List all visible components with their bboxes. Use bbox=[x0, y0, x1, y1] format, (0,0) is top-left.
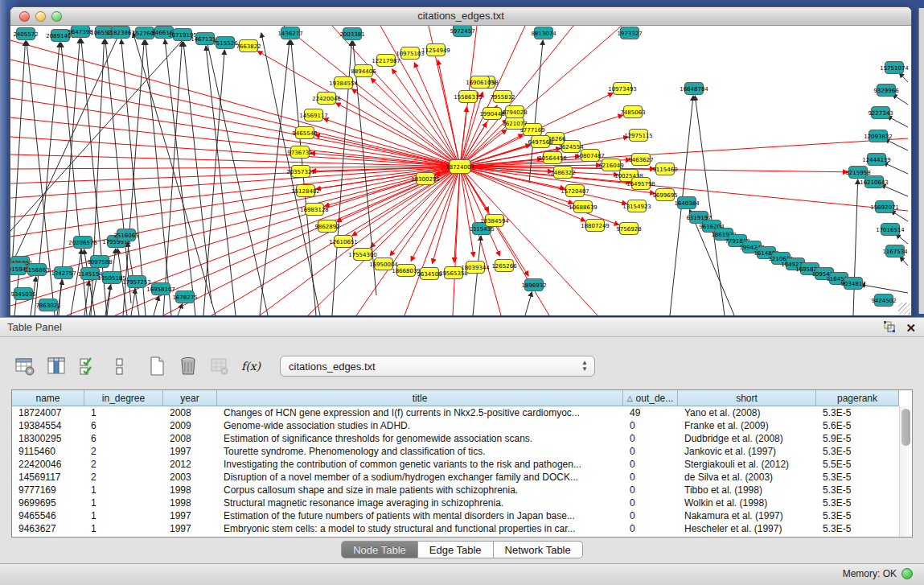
graph-node[interactable]: 9647398 bbox=[68, 26, 92, 38]
graph-node[interactable]: 12093832 bbox=[864, 130, 893, 142]
graph-node[interactable]: 1621077 bbox=[502, 117, 527, 130]
column-header-title[interactable]: title bbox=[217, 390, 623, 406]
delete-table-icon[interactable] bbox=[176, 354, 200, 378]
graph-node[interactable]: 15751074 bbox=[880, 62, 909, 74]
column-header-in_degree[interactable]: in_degree bbox=[84, 390, 163, 406]
graph-node[interactable]: 13154923 bbox=[622, 200, 651, 212]
close-icon[interactable]: ✕ bbox=[906, 321, 916, 336]
graph-node[interactable]: 15720407 bbox=[561, 185, 589, 197]
column-header-name[interactable]: name bbox=[12, 390, 84, 406]
graph-node[interactable]: 5972457 bbox=[450, 26, 474, 37]
graph-node[interactable]: 7485063 bbox=[620, 106, 645, 118]
table-settings-icon[interactable] bbox=[13, 354, 37, 378]
graph-node[interactable]: 10688639 bbox=[569, 201, 598, 213]
column-visibility-icon[interactable] bbox=[44, 354, 68, 378]
column-header-pagerank[interactable]: pagerank bbox=[816, 390, 899, 406]
graph-node[interactable]: 9862892 bbox=[314, 220, 339, 233]
graph-node[interactable]: 7863021 bbox=[35, 299, 60, 311]
graph-node[interactable]: 8894406 bbox=[351, 65, 376, 77]
graph-node[interactable]: 6497568 bbox=[528, 136, 552, 148]
graph-node[interactable]: 1436277 bbox=[277, 27, 302, 39]
float-window-icon[interactable] bbox=[883, 320, 896, 336]
graph-node[interactable]: 7955812 bbox=[490, 91, 515, 103]
graph-node[interactable]: 15692071 bbox=[870, 201, 899, 213]
graph-node[interactable]: 10973493 bbox=[608, 83, 637, 95]
table-row[interactable]: 1830029562008Estimation of significance … bbox=[12, 432, 912, 445]
table-selector-dropdown[interactable]: citations_edges.txt ▲▼ bbox=[280, 356, 595, 377]
table-row[interactable]: 946554611997Estimation of the future num… bbox=[12, 509, 912, 522]
selection-mode-icon[interactable] bbox=[76, 354, 100, 378]
table-row[interactable]: 1456911722003Disruption of a novel membe… bbox=[12, 471, 912, 484]
graph-node[interactable]: 9736731 bbox=[287, 146, 312, 159]
graph-node[interactable]: 9034817 bbox=[840, 278, 865, 290]
graph-node[interactable]: 6794028 bbox=[502, 106, 527, 118]
graph-node[interactable]: 15586315 bbox=[454, 91, 483, 103]
graph-node[interactable]: 1896932 bbox=[521, 279, 546, 291]
graph-node[interactable]: 1990448 bbox=[479, 108, 504, 120]
graph-node[interactable]: 18724007 bbox=[446, 160, 474, 174]
window-resize-grip[interactable] bbox=[898, 303, 910, 315]
table-row[interactable]: 977716911998Corpus callosum shape and si… bbox=[12, 484, 912, 496]
graph-node[interactable]: 9699695 bbox=[652, 189, 677, 201]
graph-node[interactable]: 9634508 bbox=[417, 268, 441, 280]
scrollbar-thumb[interactable] bbox=[901, 409, 910, 446]
graph-node[interactable]: 17016514 bbox=[876, 224, 905, 236]
table-row[interactable]: 969969511998Structural magnetic resonanc… bbox=[12, 496, 912, 509]
graph-node[interactable]: 11254949 bbox=[421, 44, 450, 56]
graph-node[interactable]: 20564456 bbox=[538, 152, 567, 164]
column-header-short[interactable]: short bbox=[678, 390, 816, 406]
graph-node[interactable]: 2003381 bbox=[339, 28, 364, 40]
graph-node[interactable]: 1156863 bbox=[24, 264, 49, 276]
graph-node[interactable]: 9756928 bbox=[616, 223, 641, 235]
graph-node[interactable]: 1342757 bbox=[51, 267, 76, 279]
column-header-out_degree[interactable]: △out_de... bbox=[623, 390, 678, 406]
row-height-icon[interactable] bbox=[107, 354, 131, 378]
graph-node[interactable]: 15128402 bbox=[291, 185, 320, 197]
graph-node[interactable]: 12975115 bbox=[624, 130, 653, 142]
graph-node[interactable]: 7515526 bbox=[212, 37, 238, 49]
graph-node[interactable]: 1678275 bbox=[172, 291, 197, 303]
tab-network-table[interactable]: Network Table bbox=[494, 541, 583, 558]
graph-node[interactable]: 2405572 bbox=[13, 28, 38, 40]
graph-node[interactable]: 9329966 bbox=[873, 84, 899, 97]
graph-node[interactable]: 9227343 bbox=[868, 107, 893, 119]
table-row[interactable]: 1872400712008Changes of HCN gene express… bbox=[12, 406, 912, 419]
graph-node[interactable]: 9115460 bbox=[652, 163, 677, 175]
graph-node[interactable]: 1973327 bbox=[617, 27, 642, 39]
graph-node[interactable]: 16983128 bbox=[300, 204, 329, 216]
new-table-icon[interactable] bbox=[145, 354, 169, 378]
graph-node[interactable]: 1640384 bbox=[674, 197, 700, 209]
table-row[interactable]: 1938455462009Genome-wide association stu… bbox=[12, 419, 912, 432]
graph-node[interactable]: 9465546 bbox=[292, 127, 318, 139]
table-row[interactable]: 911546021997Tourette syndrome. Phenomeno… bbox=[12, 445, 912, 458]
graph-node[interactable]: 8813074 bbox=[531, 27, 556, 39]
table-row[interactable]: 946362711997Embryonic stem cells: a mode… bbox=[12, 522, 912, 535]
tab-edge-table[interactable]: Edge Table bbox=[418, 541, 494, 558]
graph-node[interactable]: 1265266 bbox=[491, 260, 517, 272]
graph-node[interactable]: 2516065 bbox=[113, 229, 138, 241]
graph-node[interactable]: 7663822 bbox=[236, 40, 261, 52]
network-window-titlebar[interactable]: citations_edges.txt bbox=[10, 7, 911, 26]
graph-node[interactable]: 1167534 bbox=[882, 245, 908, 257]
graph-node[interactable]: 7486322 bbox=[550, 167, 575, 179]
vertical-scrollbar[interactable] bbox=[899, 406, 912, 537]
graph-node[interactable]: 16648784 bbox=[680, 83, 708, 95]
function-builder-icon[interactable]: f(x) bbox=[239, 354, 263, 378]
graph-node[interactable]: 9424502 bbox=[871, 295, 896, 307]
memory-status-indicator[interactable] bbox=[901, 568, 913, 579]
network-canvas[interactable]: 2405572208914069647398106552571182386715… bbox=[10, 26, 911, 315]
graph-node[interactable]: 14569117 bbox=[299, 109, 328, 122]
graph-node[interactable]: 19384554 bbox=[329, 77, 358, 89]
graph-node[interactable]: 9463627 bbox=[628, 154, 653, 166]
tab-node-table[interactable]: Node Table bbox=[341, 541, 418, 558]
cell-year: 2009 bbox=[163, 419, 217, 432]
graph-node[interactable]: 9345035 bbox=[10, 288, 35, 300]
graph-node[interactable]: 6216049 bbox=[598, 159, 623, 171]
column-header-year[interactable]: year bbox=[163, 390, 217, 406]
delete-column-icon[interactable] bbox=[207, 354, 232, 378]
citation-network-graph[interactable]: 2405572208914069647398106552571182386715… bbox=[10, 26, 911, 315]
graph-node[interactable]: 22420046 bbox=[312, 93, 341, 105]
table-row[interactable]: 2242004622012Investigating the contribut… bbox=[12, 458, 912, 471]
network-view-window[interactable]: citations_edges.txt 24055722089140696473… bbox=[10, 6, 912, 315]
graph-node[interactable]: 9097588 bbox=[87, 256, 112, 268]
